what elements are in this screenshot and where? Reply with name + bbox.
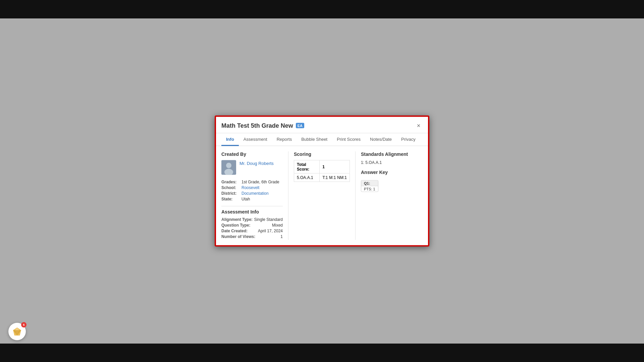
tab-info[interactable]: Info [221, 133, 239, 146]
title-badge: EA [296, 123, 304, 128]
alignment-type-label: Alignment Type: [221, 217, 253, 222]
logo-badge[interactable]: 6 [8, 323, 26, 340]
question-type-row: Question Type: Mixed [221, 223, 283, 228]
state-value: Utah [241, 197, 250, 201]
answer-key-section: Answer Key Q1: PTS: 1 [361, 170, 423, 192]
answer-key-title: Answer Key [361, 170, 423, 175]
school-row: School: Roosevelt [221, 185, 283, 190]
scoring-title: Scoring [294, 152, 350, 157]
svg-point-4 [226, 163, 231, 168]
question-type-value: Mixed [272, 223, 283, 228]
pts-label: PTS: [364, 187, 372, 191]
answer-key-item: Q1: PTS: 1 [361, 180, 378, 192]
date-created-row: Date Created: April 17, 2024 [221, 229, 283, 233]
modal-title-text: Math Test 5th Grade New [221, 122, 293, 129]
standard-label: 5.OA.A.1 [294, 173, 320, 182]
modal-body: Created By Mr. Doug Rob [216, 146, 428, 245]
tab-privacy[interactable]: Privacy [396, 133, 420, 146]
alignment-type-row: Alignment Type: Single Standard [221, 217, 283, 222]
tab-bubble-sheet[interactable]: Bubble Sheet [297, 133, 332, 146]
logo-area: 6 [8, 323, 26, 340]
bottom-bar [0, 344, 644, 362]
nm1-label: NM:1 [337, 175, 347, 180]
alignment-type-value: Single Standard [254, 217, 283, 222]
total-score-label: Total Score: [294, 160, 320, 173]
grades-row: Grades: 1st Grade, 6th Grade [221, 180, 283, 184]
right-column: Standards Alignment 1: 5.OA.A.1 Answer K… [356, 152, 423, 240]
num-views-row: Number of Views: 1 [221, 234, 283, 239]
top-bar [0, 0, 644, 18]
date-created-value: April 17, 2024 [258, 229, 283, 233]
standard-score-row: 5.OA.A.1 T:1 M:1 NM:1 [294, 173, 350, 182]
num-views-label: Number of Views: [221, 234, 255, 239]
tab-notes-date[interactable]: Notes/Date [365, 133, 396, 146]
logo-icon [12, 326, 22, 337]
district-row: District: Documentation [221, 191, 283, 196]
notification-badge: 6 [21, 322, 26, 327]
grades-label: Grades: [221, 180, 241, 184]
tab-assessment[interactable]: Assessment [239, 133, 272, 146]
m1-label: M:1 [329, 175, 336, 180]
scoring-table: Total Score: 1 5.OA.A.1 T:1 M:1 NM:1 [294, 160, 350, 182]
close-button[interactable]: × [415, 122, 423, 130]
avatar [221, 160, 236, 175]
standards-alignment-title: Standards Alignment [361, 152, 423, 157]
total-score-value: 1 [320, 160, 350, 173]
district-value[interactable]: Documentation [241, 191, 269, 196]
tab-reports[interactable]: Reports [272, 133, 297, 146]
modal: Math Test 5th Grade New EA × Info Assess… [215, 116, 429, 247]
left-column: Created By Mr. Doug Rob [221, 152, 288, 240]
standard-item-1: 1: 5.OA.A.1 [361, 160, 423, 165]
created-by-title: Created By [221, 152, 283, 157]
assessment-info-title: Assessment Info [221, 206, 283, 215]
answer-key-q1-label: Q1: [361, 181, 378, 186]
school-label: School: [221, 185, 241, 190]
modal-container: Math Test 5th Grade New EA × Info Assess… [215, 116, 429, 247]
creator-name-link[interactable]: Mr. Doug Roberts [239, 161, 274, 166]
district-label: District: [221, 191, 241, 196]
school-value[interactable]: Roosevelt [241, 185, 259, 190]
num-views-value: 1 [280, 234, 283, 239]
meta-table: Grades: 1st Grade, 6th Grade School: Roo… [221, 180, 283, 201]
total-score-row: Total Score: 1 [294, 160, 350, 173]
creator-info: Mr. Doug Roberts [221, 160, 283, 175]
standard-score-controls: T:1 M:1 NM:1 [320, 173, 350, 182]
date-created-label: Date Created: [221, 229, 248, 233]
state-row: State: Utah [221, 197, 283, 201]
standard-value: 5.OA.A.1 [365, 160, 382, 165]
answer-key-pts: PTS: 1 [361, 186, 378, 192]
assessment-info-table: Alignment Type: Single Standard Question… [221, 217, 283, 239]
modal-header: Math Test 5th Grade New EA × [216, 117, 428, 133]
tab-bar: Info Assessment Reports Bubble Sheet Pri… [216, 133, 428, 146]
tab-print-scores[interactable]: Print Scores [332, 133, 365, 146]
pts-value: 1 [373, 187, 375, 191]
avatar-image [221, 160, 236, 175]
standards-list: 1: 5.OA.A.1 [361, 160, 423, 165]
standard-number: 1: [361, 160, 364, 165]
question-type-label: Question Type: [221, 223, 250, 228]
grades-value: 1st Grade, 6th Grade [241, 180, 279, 184]
state-label: State: [221, 197, 241, 201]
modal-title: Math Test 5th Grade New EA [221, 122, 304, 129]
t1-label: T:1 [322, 175, 328, 180]
middle-column: Scoring Total Score: 1 5.OA.A.1 T:1 M:1 … [288, 152, 356, 240]
